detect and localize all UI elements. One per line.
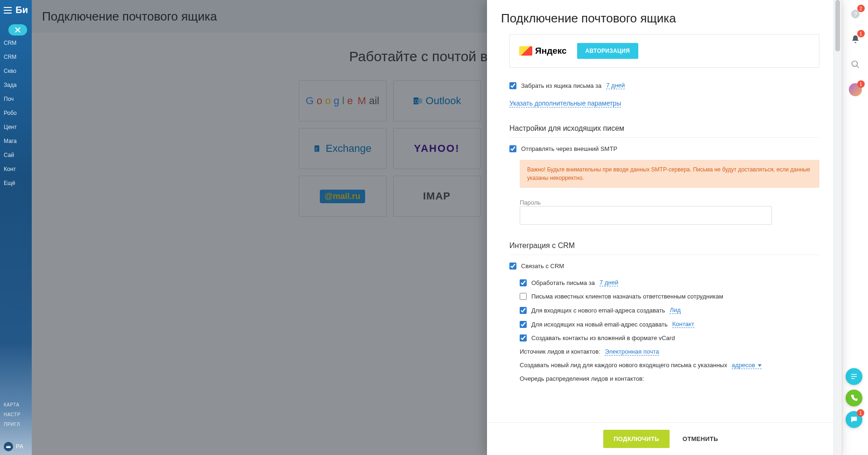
password-input[interactable] — [520, 206, 772, 225]
nav-item[interactable]: CRM — [0, 50, 32, 64]
nav-item[interactable]: Зада — [0, 78, 32, 92]
password-label: Пароль — [520, 199, 819, 206]
nav-item[interactable]: Цент — [0, 120, 32, 134]
crm-incoming-select[interactable]: Лид — [670, 306, 680, 314]
crm-vcard-label: Создавать контакты из вложений в формате… — [531, 334, 675, 341]
nav-sub-item[interactable]: ПРИГЛ — [4, 422, 28, 427]
svg-text:O: O — [414, 99, 418, 104]
crm-queue-row: Очередь распределения лидов и контактов: — [520, 375, 819, 382]
fetch-label: Забрать из ящика письма за — [521, 82, 601, 89]
nav-item[interactable]: Поч — [0, 92, 32, 106]
crm-newlead-label: Создавать новый лид для каждого нового в… — [520, 362, 727, 369]
connect-button[interactable]: ПОДКЛЮЧИТЬ — [603, 430, 670, 448]
svg-rect-1 — [418, 99, 422, 104]
fetch-checkbox[interactable] — [509, 82, 516, 89]
nav-item[interactable]: Скво — [0, 64, 32, 78]
svg-text:E: E — [315, 147, 318, 151]
fetch-row: Забрать из ящика письма за 7 дней — [509, 82, 819, 89]
provider-box: Яндекс АВТОРИЗАЦИЯ — [509, 34, 819, 68]
center-title: Подключение почтового ящика — [42, 9, 217, 24]
nav-items: CRM CRM Скво Зада Поч Робо Цент Мага Сай… — [0, 20, 32, 190]
crm-outgoing-select[interactable]: Контакт — [672, 320, 694, 328]
crm-process-period-select[interactable]: 7 дней — [600, 279, 618, 286]
smtp-row: Отправлять через внешний SMTP — [509, 145, 819, 152]
crm-source-label: Источник лидов и контактов: — [520, 348, 600, 355]
crm-options: Обработать письма за 7 дней Письма извес… — [509, 279, 819, 382]
crm-link-row: Связать с CRM — [509, 263, 819, 270]
crm-process-checkbox[interactable] — [520, 279, 527, 286]
provider-yahoo[interactable]: YAHOO! — [393, 128, 481, 169]
panel-footer: ПОДКЛЮЧИТЬ ОТМЕНИТЬ — [487, 422, 842, 455]
crm-vcard-checkbox[interactable] — [520, 334, 527, 341]
float-phone-icon[interactable] — [846, 390, 862, 406]
panel-scrollthumb[interactable] — [835, 0, 840, 51]
crm-newlead-row: Создавать новый лид для каждого нового в… — [520, 362, 819, 369]
nav-sub-item[interactable]: КАРТА — [4, 402, 28, 407]
nav-sub: КАРТА НАСТР ПРИГЛ РА — [0, 398, 32, 455]
provider-outlook[interactable]: OOutlook — [393, 80, 481, 121]
float-chat-icon[interactable]: 1 — [846, 411, 862, 428]
crm-known-checkbox[interactable] — [520, 293, 527, 300]
crm-outgoing-checkbox[interactable] — [520, 321, 527, 328]
crm-link-label: Связать с CRM — [521, 263, 564, 270]
crm-known-row: Письма известных клиентов назначать отве… — [520, 293, 819, 300]
crm-incoming-checkbox[interactable] — [520, 307, 527, 314]
menu-icon[interactable] — [4, 7, 12, 14]
smtp-warning: Важно! Будьте внимательны при вводе данн… — [520, 160, 819, 188]
outgoing-section-title: Настройки для исходящих писем — [509, 124, 819, 138]
envelope-icon — [519, 46, 532, 56]
svg-point-7 — [852, 61, 857, 67]
settings-panel: Подключение почтового ящика Яндекс АВТОР… — [487, 0, 842, 455]
svg-text:?: ? — [854, 11, 857, 18]
bell-icon[interactable]: 1 — [849, 33, 862, 46]
brand-text: Би — [15, 5, 28, 15]
yandex-logo: Яндекс — [519, 46, 567, 56]
crown-icon — [4, 442, 13, 451]
cancel-button[interactable]: ОТМЕНИТЬ — [675, 430, 726, 448]
search-icon[interactable] — [849, 58, 862, 71]
right-sidebar: ? 2 1 1 1 — [842, 0, 868, 455]
crm-newlead-select[interactable]: адресов — [732, 362, 762, 369]
crm-outgoing-row: Для исходящих на новый email-адрес созда… — [520, 320, 819, 328]
panel-title: Подключение почтового ящика — [487, 0, 842, 29]
crm-vcard-row: Создавать контакты из вложений в формате… — [520, 334, 819, 341]
help-badge: 2 — [857, 5, 865, 12]
authorize-button[interactable]: АВТОРИЗАЦИЯ — [577, 43, 638, 59]
crm-outgoing-label: Для исходящих на новый email-адрес созда… — [531, 321, 668, 328]
nav-item[interactable]: Сай — [0, 148, 32, 162]
nav-item[interactable]: Мага — [0, 134, 32, 148]
avatar[interactable]: 1 — [849, 83, 862, 96]
provider-imap[interactable]: IMAP — [393, 176, 481, 217]
panel-body: Яндекс АВТОРИЗАЦИЯ Забрать из ящика пись… — [487, 29, 842, 422]
crm-incoming-row: Для входящих с нового email-адреса созда… — [520, 306, 819, 314]
nav-item[interactable]: Конт — [0, 162, 32, 176]
nav-item[interactable]: Ещё — [0, 176, 32, 190]
crm-process-row: Обработать письма за 7 дней — [520, 279, 819, 286]
nav-item[interactable]: CRM — [0, 33, 32, 50]
crm-incoming-label: Для входящих с нового email-адреса созда… — [531, 307, 665, 314]
crm-link-checkbox[interactable] — [509, 263, 516, 270]
crm-known-label: Письма известных клиентов назначать отве… — [531, 293, 723, 300]
crm-source-row: Источник лидов и контактов: Электронная … — [520, 348, 819, 355]
fetch-period-select[interactable]: 7 дней — [606, 82, 625, 89]
nav-upgrade[interactable]: РА — [4, 442, 28, 451]
help-icon[interactable]: ? 2 — [849, 7, 862, 21]
smtp-label: Отправлять через внешний SMTP — [521, 145, 617, 152]
float-lines-icon[interactable] — [846, 368, 862, 385]
nav-sub-item[interactable]: НАСТР — [4, 412, 28, 417]
bell-badge: 1 — [857, 30, 865, 37]
smtp-checkbox[interactable] — [509, 145, 516, 152]
crm-queue-label: Очередь распределения лидов и контактов: — [520, 375, 644, 382]
provider-gmail[interactable]: Google Mail — [299, 80, 387, 121]
crm-section-title: Интеграция с CRM — [509, 242, 819, 255]
nav-item[interactable]: Робо — [0, 106, 32, 120]
brand-row: Би — [0, 0, 32, 20]
crm-source-select[interactable]: Электронная почта — [605, 348, 659, 355]
avatar-badge: 1 — [857, 80, 865, 88]
provider-mailru[interactable]: @mail.ru — [299, 176, 387, 217]
advanced-params-link[interactable]: Указать дополнительные параметры — [509, 100, 621, 107]
panel-scrollbar[interactable] — [833, 0, 842, 455]
provider-exchange[interactable]: EExchange — [299, 128, 387, 169]
left-navigation: Би CRM CRM Скво Зада Поч Робо Цент Мага … — [0, 0, 32, 455]
chat-badge: 1 — [857, 409, 864, 417]
